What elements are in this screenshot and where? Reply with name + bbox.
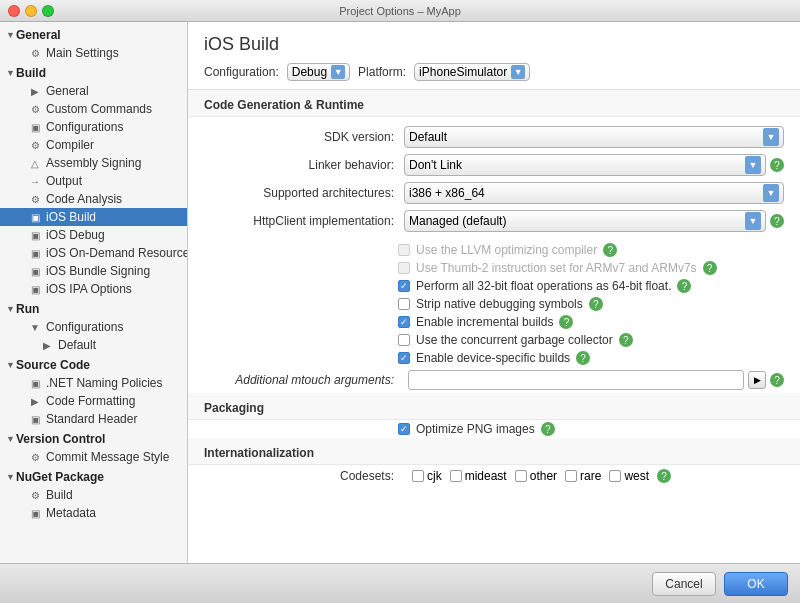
sdk-version-row: SDK version: Default ▼ xyxy=(204,123,784,151)
codeset-rare-checkbox[interactable] xyxy=(565,470,577,482)
checkbox-incremental: Enable incremental builds ? xyxy=(188,313,800,331)
checkbox-float64-input[interactable] xyxy=(398,280,410,292)
triangle-build: ▼ xyxy=(6,68,16,78)
sidebar-item-compiler[interactable]: ⚙ Compiler xyxy=(0,136,187,154)
checkbox-optimize-png-input[interactable] xyxy=(398,423,410,435)
sdk-version-select[interactable]: Default ▼ xyxy=(404,126,784,148)
ok-button[interactable]: OK xyxy=(724,572,788,596)
content-header: iOS Build Configuration: Debug ▼ Platfor… xyxy=(188,22,800,90)
codeset-mideast-checkbox[interactable] xyxy=(450,470,462,482)
triangle-version-control: ▼ xyxy=(6,434,16,444)
codeset-rare-label: rare xyxy=(580,469,601,483)
sidebar-item-ios-debug[interactable]: ▣ iOS Debug xyxy=(0,226,187,244)
checkbox-strip-debug-input[interactable] xyxy=(398,298,410,310)
section-header-general: ▼ General xyxy=(0,26,187,44)
minimize-button[interactable] xyxy=(25,5,37,17)
concurrent-gc-help-icon[interactable]: ? xyxy=(619,333,633,347)
sidebar-item-ios-bundle-signing[interactable]: ▣ iOS Bundle Signing xyxy=(0,262,187,280)
codeset-west: west xyxy=(609,469,649,483)
configuration-select[interactable]: Debug ▼ xyxy=(287,63,350,81)
section-header-source-code: ▼ Source Code xyxy=(0,356,187,374)
http-help-icon[interactable]: ? xyxy=(770,214,784,228)
sidebar-item-configurations[interactable]: ▣ Configurations xyxy=(0,118,187,136)
checkbox-thumb2-input[interactable] xyxy=(398,262,410,274)
codeset-other-checkbox[interactable] xyxy=(515,470,527,482)
configuration-label: Configuration: xyxy=(204,65,279,79)
checkbox-llvm: Use the LLVM optimizing compiler ? xyxy=(188,241,800,259)
arch-label: Supported architectures: xyxy=(204,186,404,200)
cancel-button[interactable]: Cancel xyxy=(652,572,716,596)
checkbox-float64: Perform all 32-bit float operations as 6… xyxy=(188,277,800,295)
sidebar-item-ios-ipa-options[interactable]: ▣ iOS IPA Options xyxy=(0,280,187,298)
checkbox-concurrent-gc-label: Use the concurrent garbage collector xyxy=(416,333,613,347)
http-select[interactable]: Managed (default) ▼ xyxy=(404,210,766,232)
checkbox-float64-label: Perform all 32-bit float operations as 6… xyxy=(416,279,671,293)
codesets-help-icon[interactable]: ? xyxy=(657,469,671,483)
tri-icon: ▼ xyxy=(28,320,42,334)
strip-debug-help-icon[interactable]: ? xyxy=(589,297,603,311)
maximize-button[interactable] xyxy=(42,5,54,17)
gear-icon: ⚙ xyxy=(28,488,42,502)
codeset-west-checkbox[interactable] xyxy=(609,470,621,482)
sidebar-item-net-naming[interactable]: ▣ .NET Naming Policies xyxy=(0,374,187,392)
codeset-mideast-label: mideast xyxy=(465,469,507,483)
window-controls xyxy=(8,5,54,17)
llvm-help-icon[interactable]: ? xyxy=(603,243,617,257)
platform-value: iPhoneSimulator xyxy=(419,65,507,79)
window-title: Project Options – MyApp xyxy=(339,5,461,17)
sidebar-item-assembly-signing[interactable]: △ Assembly Signing xyxy=(0,154,187,172)
codeset-cjk-checkbox[interactable] xyxy=(412,470,424,482)
sidebar-item-ios-build[interactable]: ▣ iOS Build xyxy=(0,208,187,226)
thumb2-help-icon[interactable]: ? xyxy=(703,261,717,275)
internationalization-section-title: Internationalization xyxy=(188,438,800,465)
sidebar-item-ios-on-demand[interactable]: ▣ iOS On-Demand Resources xyxy=(0,244,187,262)
sidebar-item-run-configurations[interactable]: ▼ Configurations xyxy=(0,318,187,336)
checkbox-concurrent-gc-input[interactable] xyxy=(398,334,410,346)
section-general: ▼ General ⚙ Main Settings xyxy=(0,26,187,62)
linker-help-icon[interactable]: ? xyxy=(770,158,784,172)
rect-icon: ▣ xyxy=(28,120,42,134)
checkbox-device-builds-input[interactable] xyxy=(398,352,410,364)
gear-icon: ⚙ xyxy=(28,46,42,60)
linker-label: Linker behavior: xyxy=(204,158,404,172)
mtouch-play-btn[interactable]: ▶ xyxy=(748,371,766,389)
sidebar-item-commit-message[interactable]: ⚙ Commit Message Style xyxy=(0,448,187,466)
close-button[interactable] xyxy=(8,5,20,17)
mtouch-input[interactable] xyxy=(408,370,744,390)
sidebar-item-output[interactable]: → Output xyxy=(0,172,187,190)
sidebar-item-nuget-build[interactable]: ⚙ Build xyxy=(0,486,187,504)
arch-value: i386 + x86_64 xyxy=(409,186,761,200)
linker-select[interactable]: Don't Link ▼ xyxy=(404,154,766,176)
sidebar-item-main-settings[interactable]: ⚙ Main Settings xyxy=(0,44,187,62)
sidebar-item-standard-header[interactable]: ▣ Standard Header xyxy=(0,410,187,428)
sidebar-item-code-analysis[interactable]: ⚙ Code Analysis xyxy=(0,190,187,208)
checkbox-incremental-input[interactable] xyxy=(398,316,410,328)
section-build: ▼ Build ▶ General ⚙ Custom Commands ▣ Co… xyxy=(0,64,187,298)
sidebar-item-nuget-metadata[interactable]: ▣ Metadata xyxy=(0,504,187,522)
tri-icon: ▶ xyxy=(28,394,42,408)
sidebar-item-custom-commands[interactable]: ⚙ Custom Commands xyxy=(0,100,187,118)
arch-select[interactable]: i386 + x86_64 ▼ xyxy=(404,182,784,204)
sidebar-item-run-default[interactable]: ▶ Default xyxy=(0,336,187,354)
codeset-west-label: west xyxy=(624,469,649,483)
platform-select[interactable]: iPhoneSimulator ▼ xyxy=(414,63,530,81)
checkbox-llvm-label: Use the LLVM optimizing compiler xyxy=(416,243,597,257)
section-run: ▼ Run ▼ Configurations ▶ Default xyxy=(0,300,187,354)
triangle-source-code: ▼ xyxy=(6,360,16,370)
codeset-mideast: mideast xyxy=(450,469,507,483)
optimize-png-help-icon[interactable]: ? xyxy=(541,422,555,436)
checkbox-llvm-input[interactable] xyxy=(398,244,410,256)
mtouch-help-icon[interactable]: ? xyxy=(770,373,784,387)
sidebar-item-code-formatting[interactable]: ▶ Code Formatting xyxy=(0,392,187,410)
triangle-nuget: ▼ xyxy=(6,472,16,482)
sidebar-item-build-general[interactable]: ▶ General xyxy=(0,82,187,100)
float64-help-icon[interactable]: ? xyxy=(677,279,691,293)
rect-icon: ▣ xyxy=(28,506,42,520)
gear-icon: ⚙ xyxy=(28,138,42,152)
codeset-other: other xyxy=(515,469,557,483)
checkbox-optimize-png-label: Optimize PNG images xyxy=(416,422,535,436)
configuration-row: Configuration: Debug ▼ Platform: iPhoneS… xyxy=(204,63,784,81)
device-builds-help-icon[interactable]: ? xyxy=(576,351,590,365)
sdk-version-control: Default ▼ xyxy=(404,126,784,148)
incremental-help-icon[interactable]: ? xyxy=(559,315,573,329)
